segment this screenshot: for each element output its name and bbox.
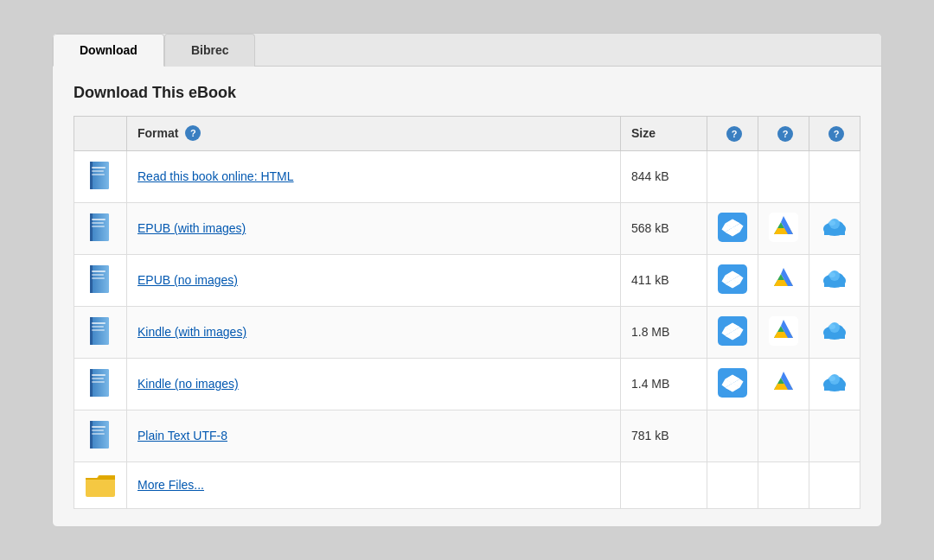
table-row: EPUB (with images)568 kB [74,202,860,254]
row-4-onedrive[interactable] [809,358,860,410]
row-2-dropbox[interactable] [707,254,758,306]
book-icon [86,212,114,243]
svg-point-31 [828,220,835,226]
gdrive-icon[interactable] [769,316,798,346]
tab-bar: Download Bibrec [53,34,881,67]
row-3-dropbox[interactable] [707,306,758,358]
row-3-size: 1.8 MB [621,306,707,358]
dropbox-help-icon[interactable]: ? [726,126,742,142]
svg-rect-118 [86,478,115,480]
row-0-size: 844 kB [621,150,707,202]
row-3-format[interactable]: Kindle (with images) [127,306,621,358]
tab-bibrec[interactable]: Bibrec [164,34,256,67]
onedrive-help-icon[interactable]: ? [828,126,844,142]
dropbox-icon[interactable] [718,316,747,346]
svg-rect-114 [92,430,104,431]
row-4-format[interactable]: Kindle (no images) [127,358,621,410]
svg-rect-112 [90,421,93,449]
dropbox-icon[interactable] [718,213,747,242]
svg-rect-35 [92,270,106,272]
svg-rect-113 [92,426,106,428]
row-3-icon [74,306,127,358]
svg-rect-62 [92,326,104,328]
row-1-icon [74,202,127,254]
row-0-format[interactable]: Read this book online: HTML [127,150,621,202]
dropbox-icon[interactable] [718,368,747,398]
table-row: Read this book online: HTML844 kB [74,150,860,202]
book-icon [86,315,114,347]
svg-rect-89 [92,381,105,383]
onedrive-icon[interactable] [820,316,849,346]
col-gdrive-header: ? [758,117,809,150]
book-icon [86,367,114,398]
col-icon-header [74,117,127,150]
gdrive-icon[interactable] [769,264,798,294]
svg-point-109 [828,376,835,381]
tab-content: Download This eBook Format ? Size ? [53,67,881,525]
row-1-size: 568 kB [621,202,707,254]
row-1-dropbox[interactable] [707,202,758,254]
row-1-format[interactable]: EPUB (with images) [127,202,621,254]
tab-download[interactable]: Download [53,34,164,67]
row-6-gdrive [758,461,809,508]
row-2-gdrive[interactable] [758,254,809,306]
format-link[interactable]: More Files... [138,478,204,492]
gdrive-help-icon[interactable]: ? [777,126,793,142]
svg-rect-88 [92,378,104,379]
row-1-gdrive[interactable] [758,202,809,254]
gdrive-icon[interactable] [769,368,798,398]
table-row: Plain Text UTF-8781 kB [74,410,860,461]
row-2-onedrive[interactable] [809,254,860,306]
format-link[interactable]: EPUB (no images) [138,273,238,287]
dropbox-icon[interactable] [718,264,747,294]
download-table: Format ? Size ? ? ? [74,116,860,508]
svg-point-83 [828,324,835,329]
row-6-format[interactable]: More Files... [127,461,621,508]
svg-rect-60 [90,317,93,345]
section-title: Download This eBook [74,84,860,102]
row-5-dropbox [707,410,758,461]
row-5-size: 781 kB [621,410,707,461]
row-2-icon [74,254,127,306]
format-link[interactable]: Read this book online: HTML [138,169,294,183]
svg-rect-4 [92,170,104,172]
onedrive-icon[interactable] [820,264,849,294]
format-link[interactable]: Plain Text UTF-8 [138,429,227,442]
row-2-format[interactable]: EPUB (no images) [127,254,621,306]
row-4-dropbox[interactable] [707,358,758,410]
svg-rect-5 [92,174,105,175]
svg-rect-86 [90,369,93,397]
format-link[interactable]: EPUB (with images) [138,221,246,235]
onedrive-icon[interactable] [820,368,849,398]
row-1-onedrive[interactable] [809,202,860,254]
onedrive-icon[interactable] [820,213,849,242]
format-link[interactable]: Kindle (no images) [138,377,239,391]
svg-rect-115 [92,433,105,435]
row-3-onedrive[interactable] [809,306,860,358]
svg-rect-55 [824,281,845,287]
svg-rect-29 [824,229,845,235]
svg-rect-61 [92,322,106,324]
table-row: Kindle (with images)1.8 MB [74,306,860,358]
svg-point-57 [828,272,835,277]
row-2-size: 411 kB [621,254,707,306]
row-6-size [621,461,707,508]
row-5-format[interactable]: Plain Text UTF-8 [127,410,621,461]
row-6-dropbox [707,461,758,508]
gdrive-icon[interactable] [769,213,798,242]
col-format-header: Format ? [127,117,621,150]
svg-rect-81 [824,333,845,339]
row-5-gdrive [758,410,809,461]
row-4-size: 1.4 MB [621,358,707,410]
row-3-gdrive[interactable] [758,306,809,358]
format-help-icon[interactable]: ? [185,125,201,141]
row-4-icon [74,358,127,410]
svg-rect-107 [824,385,845,391]
col-size-header: Size [621,117,707,150]
svg-rect-37 [92,277,105,279]
row-4-gdrive[interactable] [758,358,809,410]
format-link[interactable]: Kindle (with images) [138,325,246,339]
row-6-icon [74,461,127,508]
svg-rect-63 [92,329,105,331]
table-row: Kindle (no images)1.4 MB [74,358,860,410]
